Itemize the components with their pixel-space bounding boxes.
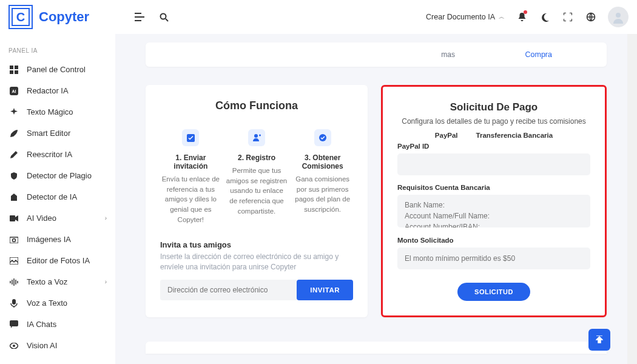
svg-rect-14 <box>10 320 18 326</box>
sidebar-item-label: Detector de IA <box>27 192 77 201</box>
logo-square: C <box>8 5 33 29</box>
logo-text: Copyter <box>39 9 89 25</box>
bank-req-textarea[interactable] <box>397 195 590 228</box>
page-scrollbar[interactable] <box>627 0 637 364</box>
invite-sub: Inserte la dirección de correo electróni… <box>160 252 353 272</box>
step-desc: Envía tu enlace de referencia a tus amig… <box>160 174 221 224</box>
paypal-id-label: PayPal ID <box>397 143 590 150</box>
svg-point-0 <box>160 13 166 19</box>
sidebar-item-images[interactable]: Imágenes IA <box>0 229 115 250</box>
svg-rect-5 <box>10 70 13 74</box>
video-icon <box>8 215 19 222</box>
header-right: Crear Documento IA ︿ <box>426 7 629 27</box>
dark-mode-icon[interactable] <box>539 11 551 23</box>
sidebar-item-label: Smart Editor <box>27 129 70 138</box>
how-it-works-card: Cómo Funciona 1. Enviar invitación Envía… <box>146 85 368 317</box>
request-button[interactable]: SOLICITUD <box>457 283 530 301</box>
sidebar-item-magic-text[interactable]: Texto Mágico <box>0 101 115 123</box>
svg-rect-9 <box>10 215 15 221</box>
step-desc: Gana comisiones por sus primeros pagos d… <box>292 174 353 215</box>
sidebar-item-plagiarism[interactable]: Detector de Plagio <box>0 165 115 186</box>
camera-icon <box>8 236 19 243</box>
search-icon[interactable] <box>158 11 170 23</box>
sidebar-item-ai-video[interactable]: AI Video › <box>0 207 115 229</box>
ai-badge-icon: AI <box>8 87 19 95</box>
invite-email-input[interactable] <box>160 280 297 300</box>
sidebar-item-label: Texto Mágico <box>27 107 73 116</box>
sidebar-item-label: Reescritor IA <box>27 150 72 159</box>
building-icon <box>8 193 19 201</box>
next-card-peek <box>146 342 607 354</box>
amount-label: Monto Solicitado <box>397 237 590 244</box>
sidebar-item-vision[interactable]: Vision AI <box>0 335 115 356</box>
step-2: 2. Registro Permite que tus amigos se re… <box>226 129 288 224</box>
step-title: 1. Enviar invitación <box>160 153 221 170</box>
main-content: mas Compra Cómo Funciona 1. Enviar invit… <box>115 34 637 364</box>
svg-rect-4 <box>15 66 18 69</box>
svg-text:AI: AI <box>12 89 16 93</box>
svg-point-15 <box>13 345 15 347</box>
language-icon[interactable] <box>585 11 597 23</box>
pen-icon <box>8 150 19 159</box>
menu-toggle-icon[interactable] <box>133 11 146 23</box>
badge-icon <box>314 129 331 146</box>
invite-button[interactable]: INVITAR <box>297 280 353 300</box>
svg-rect-6 <box>15 70 18 74</box>
fullscreen-icon[interactable] <box>562 11 574 23</box>
logo[interactable]: C Copyter <box>8 5 115 29</box>
sidebar-item-tts[interactable]: Texto a Voz › <box>0 271 115 292</box>
sidebar-item-label: IA Chats <box>27 320 56 329</box>
sidebar-item-chats[interactable]: IA Chats <box>0 314 115 335</box>
payment-request-card: Solicitud De Pago Configura los detalles… <box>381 85 607 317</box>
create-document-dropdown[interactable]: Crear Documento IA ︿ <box>426 13 505 21</box>
svg-rect-10 <box>10 237 18 243</box>
sidebar-item-label: AI Video <box>27 214 56 223</box>
notification-dot <box>524 10 527 14</box>
sidebar: PANEL IA Panel de Control AI Redactor IA… <box>0 34 115 364</box>
logo-letter: C <box>12 8 30 26</box>
svg-point-17 <box>254 134 258 138</box>
soundwave-icon <box>8 278 19 286</box>
sidebar-item-stt[interactable]: Voz a Texto <box>0 292 115 314</box>
svg-point-2 <box>616 13 621 18</box>
chat-icon <box>8 320 19 328</box>
mic-icon <box>8 299 19 308</box>
step-title: 2. Registro <box>226 153 288 162</box>
sidebar-item-label: Vision AI <box>27 341 57 350</box>
sidebar-item-rewriter[interactable]: Reescritor IA <box>0 144 115 165</box>
amount-input[interactable] <box>397 248 590 269</box>
gallery-icon <box>8 257 19 265</box>
notifications-icon[interactable] <box>516 11 528 23</box>
strip-more: mas <box>441 50 455 59</box>
invite-heading: Invita a tus amigos <box>160 240 353 249</box>
eye-icon <box>8 343 19 349</box>
sidebar-item-label: Texto a Voz <box>27 277 67 286</box>
paypal-id-input[interactable] <box>397 153 590 175</box>
sidebar-item-label: Panel de Control <box>27 65 86 74</box>
top-strip-card: mas Compra <box>146 42 607 67</box>
step-title: 3. Obtener Comisiones <box>292 153 353 170</box>
svg-point-11 <box>13 238 16 241</box>
sidebar-section-label: PANEL IA <box>0 42 115 59</box>
sidebar-item-label: Redactor IA <box>27 86 69 95</box>
sidebar-item-label: Voz a Texto <box>27 298 67 308</box>
avatar[interactable] <box>608 7 629 27</box>
sidebar-item-ai-detector[interactable]: Detector de IA <box>0 186 115 207</box>
step-1: 1. Enviar invitación Envía tu enlace de … <box>160 129 221 224</box>
chevron-right-icon: › <box>105 215 107 221</box>
sidebar-item-redactor[interactable]: AI Redactor IA <box>0 80 115 101</box>
step-desc: Permite que tus amigos se registren usan… <box>226 166 288 216</box>
sidebar-item-smart-editor[interactable]: Smart Editor <box>0 123 115 144</box>
create-document-label: Crear Documento IA <box>426 13 495 21</box>
feather-icon <box>8 129 19 138</box>
sidebar-item-photo-editor[interactable]: Editor de Fotos IA <box>0 250 115 271</box>
scroll-to-top-button[interactable] <box>588 329 610 351</box>
strip-compra[interactable]: Compra <box>525 50 552 59</box>
step-3: 3. Obtener Comisiones Gana comisiones po… <box>292 129 353 224</box>
tab-paypal[interactable]: PayPal <box>435 132 458 139</box>
tab-bank[interactable]: Transferencia Bancaria <box>476 132 553 139</box>
chevron-up-icon: ︿ <box>499 13 505 21</box>
header: C Copyter Crear Documento IA ︿ <box>0 0 637 34</box>
svg-rect-13 <box>12 299 16 305</box>
sidebar-item-dashboard[interactable]: Panel de Control <box>0 59 115 80</box>
